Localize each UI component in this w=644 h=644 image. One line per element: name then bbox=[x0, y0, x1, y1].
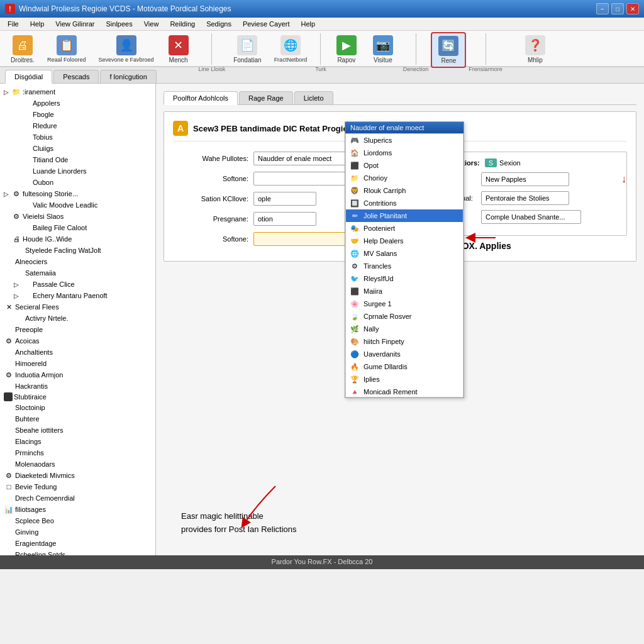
tree-item-filiotsages[interactable]: 📊filiotsages bbox=[1, 504, 154, 515]
tree-item[interactable]: Cluiigs bbox=[1, 143, 154, 154]
tab-disgodial[interactable]: Disgódial bbox=[5, 70, 52, 84]
visitue-button[interactable]: 📷 Visitue bbox=[365, 32, 401, 67]
tree-item[interactable]: Rledure bbox=[1, 120, 154, 131]
tree-item[interactable]: Titiand Ode bbox=[1, 154, 154, 165]
tree-item[interactable]: Styelede Facling WatJolt bbox=[1, 245, 154, 256]
rene-button[interactable]: 🔄 Rene bbox=[431, 32, 466, 68]
maximize-button[interactable]: □ bbox=[611, 3, 624, 14]
menu-help[interactable]: Help bbox=[25, 19, 50, 29]
tree-item[interactable]: ⚙Vieielsi Slaos bbox=[1, 211, 154, 222]
menu-help2[interactable]: Help bbox=[296, 19, 320, 29]
dropdown-item-sluperics[interactable]: 🎮Sluperics bbox=[346, 134, 463, 147]
tree-item[interactable]: Fbogle bbox=[1, 109, 154, 120]
tree-item[interactable]: 🖨Houde IG..Wide bbox=[1, 233, 154, 245]
tree-item[interactable]: ✕Secieral Flees bbox=[1, 301, 154, 313]
tree-item[interactable]: Luande Linorders bbox=[1, 165, 154, 177]
dropdown-item-surgee[interactable]: 🌸Surgee 1 bbox=[346, 297, 463, 310]
tree-item[interactable]: Activry Nrtele. bbox=[1, 313, 154, 324]
menu-file[interactable]: File bbox=[3, 19, 24, 29]
svdeted-select[interactable]: New Papples bbox=[481, 172, 569, 186]
close-button[interactable]: ✕ bbox=[626, 3, 639, 14]
tree-item[interactable]: ⚙Induotia Armjon bbox=[1, 369, 154, 380]
softone1-select[interactable] bbox=[253, 172, 354, 186]
tree-item[interactable]: Sbeahe iottiters bbox=[1, 425, 154, 436]
dropdown-item-hiitch[interactable]: 🎨hiitch Finpety bbox=[346, 335, 463, 348]
softune-select[interactable]: Comple Unabed Snante... bbox=[481, 210, 581, 224]
tree-item[interactable]: ⚙Acoicas bbox=[1, 335, 154, 347]
dropdown-item-tirancles[interactable]: ⚙Tirancles bbox=[346, 260, 463, 272]
dropdown-item-cprnale[interactable]: 🍃Cprnale Rosver bbox=[346, 310, 463, 323]
tab-poolftor[interactable]: Poolftor Adohlcols bbox=[164, 91, 238, 105]
dropdown-item-uaverdanits[interactable]: 🔵Uaverdanits bbox=[346, 348, 463, 360]
tree-item[interactable]: □Bevie Tedung bbox=[1, 481, 154, 492]
tree-item[interactable]: Eragientdage bbox=[1, 538, 154, 549]
tree-item[interactable]: Sloctoinip bbox=[1, 402, 154, 413]
tree-item[interactable]: ▷📁:iranement bbox=[1, 86, 154, 97]
fondatian-button[interactable]: 📄 Fondatian bbox=[228, 32, 267, 67]
dropdown-item-help-dealers[interactable]: 🤝Help Dealers bbox=[346, 235, 463, 247]
tree-item[interactable]: ⚙Diaeketedi Mivmics bbox=[1, 470, 154, 481]
dropdown-item-iplies[interactable]: 🏆Iplies bbox=[346, 373, 463, 386]
connmention-select[interactable]: Pentoraie the Stolies bbox=[481, 191, 569, 205]
tree-item[interactable]: Satemaiia bbox=[1, 267, 154, 279]
softone2-select[interactable] bbox=[253, 232, 354, 246]
tab-flonicgution[interactable]: f lonícgution bbox=[100, 70, 156, 83]
tree-item[interactable]: Alneociers bbox=[1, 256, 154, 267]
dropdown-item-chorioy[interactable]: 📁Chorioy bbox=[346, 172, 463, 184]
presnane-select[interactable]: otion bbox=[253, 212, 316, 226]
tree-item[interactable]: Molenaodars bbox=[1, 458, 154, 470]
menu-view[interactable]: View bbox=[139, 19, 164, 29]
tree-item[interactable]: Himoereld bbox=[1, 358, 154, 369]
sation-select[interactable]: ople bbox=[253, 192, 316, 206]
tree-item[interactable]: Baileg File Caloot bbox=[1, 222, 154, 233]
help-button[interactable]: ❓ Mhlip bbox=[518, 32, 553, 67]
minimize-button[interactable]: − bbox=[596, 3, 609, 14]
mench-button[interactable]: ✕ Mench bbox=[161, 32, 196, 67]
tree-item[interactable]: Anchaltients bbox=[1, 347, 154, 358]
tree-item[interactable]: Preeople bbox=[1, 324, 154, 335]
dropdown-item-nally[interactable]: 🌿Nally bbox=[346, 323, 463, 335]
sevevone-button[interactable]: 👤 Sevevone e Favbroed bbox=[93, 32, 160, 66]
tree-item[interactable]: Appolers bbox=[1, 97, 154, 109]
menu-sinlpees[interactable]: Sinlpees bbox=[101, 19, 138, 29]
dropdown-menu: Naudder of enale moect 🎮Sluperics 🏠Liord… bbox=[345, 121, 464, 398]
fractnetbord-button[interactable]: 🌐 FractNetbord bbox=[269, 32, 313, 66]
menu-reilding[interactable]: Reilding bbox=[165, 19, 200, 29]
dropdown-item-contritions[interactable]: 🔲Contritions bbox=[346, 197, 463, 209]
tree-item[interactable]: Elacings bbox=[1, 436, 154, 447]
tab-pescads[interactable]: Pescads bbox=[53, 70, 99, 83]
real-button[interactable]: 📋 Reaal Foloored bbox=[42, 32, 92, 66]
tree-item[interactable]: Drech Cemoenrdial bbox=[1, 492, 154, 504]
tab-licleto[interactable]: Licleto bbox=[294, 91, 333, 104]
menu-sedigns[interactable]: Sedigns bbox=[201, 19, 236, 29]
tree-item[interactable]: ▷ Passale Clice bbox=[1, 279, 154, 290]
dropdown-item-liordoms[interactable]: 🏠Liordoms bbox=[346, 147, 463, 159]
rapov-button[interactable]: ▶ Rapov bbox=[329, 32, 364, 67]
dropdown-item-mv-salans[interactable]: 🌐MV Salans bbox=[346, 247, 463, 260]
menu-view-gilinrar[interactable]: View Gilinrar bbox=[50, 19, 99, 29]
tree-item[interactable]: Stubtiraice bbox=[1, 392, 154, 402]
tree-item[interactable]: Scplece Beo bbox=[1, 515, 154, 526]
dropdown-item-rlouk[interactable]: 🦁Rlouk Carriph bbox=[346, 184, 463, 197]
tree-item[interactable]: Ginving bbox=[1, 526, 154, 538]
status-text: Pardor You Row.FX - Delbcca 20 bbox=[272, 558, 373, 565]
dropdown-item-opot[interactable]: ⬛Opot bbox=[346, 159, 463, 172]
dropdown-item-rleysifud[interactable]: 🐦RleysIfUd bbox=[346, 272, 463, 285]
tree-item[interactable]: ▷ Echery Mantaru Paenoft bbox=[1, 290, 154, 301]
droitres-button[interactable]: 🖨 Droitres. bbox=[5, 32, 40, 67]
tree-item[interactable]: Prminchs bbox=[1, 447, 154, 458]
tab-rage[interactable]: Rage Rage bbox=[239, 91, 293, 104]
dropdown-item-pooteniert[interactable]: 🎭Pooteniert bbox=[346, 222, 463, 235]
dropdown-item-jolie[interactable]: ✏Jolie Ptanitant bbox=[346, 209, 463, 222]
tree-item[interactable]: Buhtere bbox=[1, 413, 154, 425]
dropdown-item-monicadi[interactable]: 🔺Monicadi Rement bbox=[346, 386, 463, 397]
tree-item[interactable]: Oubon bbox=[1, 177, 154, 188]
tree-item[interactable]: Valic Moodve Leadlic bbox=[1, 199, 154, 211]
dropdown-item-gume[interactable]: 🔥Gume Dllardis bbox=[346, 360, 463, 373]
dropdown-item-maiira[interactable]: ⬛Maiira bbox=[346, 285, 463, 297]
menu-peviese[interactable]: Peviese Cayert bbox=[238, 19, 295, 29]
tree-item[interactable]: Hackrantis bbox=[1, 380, 154, 392]
tree-item[interactable]: Tobius bbox=[1, 131, 154, 143]
tree-item[interactable]: ▷⚙fultesoing Storie... bbox=[1, 188, 154, 199]
tree-item[interactable]: Rcheeling Sotds bbox=[1, 549, 154, 555]
